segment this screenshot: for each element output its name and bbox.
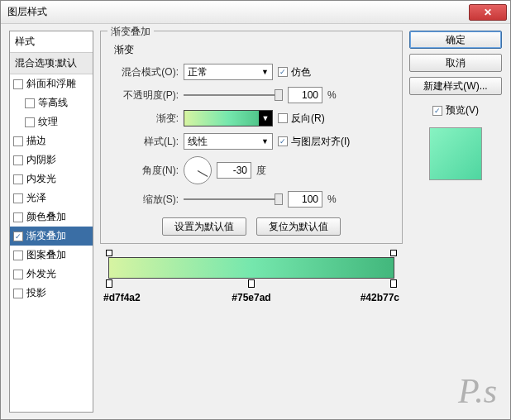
checkbox-icon: ✓ bbox=[13, 231, 23, 241]
chevron-down-icon: ▼ bbox=[259, 111, 272, 126]
titlebar: 图层样式 ✕ bbox=[1, 1, 510, 24]
style-item-0[interactable]: 斜面和浮雕 bbox=[10, 74, 93, 93]
color-stop[interactable] bbox=[248, 279, 255, 288]
styles-panel: 样式 混合选项:默认 斜面和浮雕等高线纹理描边内阴影内发光光泽颜色叠加✓渐变叠加… bbox=[9, 31, 93, 413]
scale-value[interactable]: 100 bbox=[288, 191, 322, 208]
preview-swatch bbox=[429, 127, 482, 180]
style-item-8[interactable]: ✓渐变叠加 bbox=[10, 227, 93, 246]
angle-value[interactable]: -30 bbox=[217, 162, 251, 179]
blend-options-default[interactable]: 混合选项:默认 bbox=[10, 53, 93, 74]
checkbox-icon bbox=[13, 270, 23, 279]
gradient-editor: #d7f4a2 #75e7ad #42b77c bbox=[108, 257, 394, 279]
angle-label: 角度(N): bbox=[111, 164, 179, 178]
style-item-label: 描边 bbox=[26, 134, 46, 148]
style-item-2[interactable]: 纹理 bbox=[10, 112, 93, 131]
gradient-label: 渐变: bbox=[111, 112, 179, 126]
style-item-label: 纹理 bbox=[38, 115, 58, 129]
style-item-1[interactable]: 等高线 bbox=[10, 93, 93, 112]
group-title: 渐变叠加 bbox=[107, 25, 154, 39]
opacity-label: 不透明度(P): bbox=[111, 88, 179, 103]
style-item-label: 内发光 bbox=[26, 172, 56, 186]
chevron-down-icon: ▼ bbox=[261, 68, 269, 76]
style-select[interactable]: 线性 ▼ bbox=[184, 133, 273, 150]
styles-header[interactable]: 样式 bbox=[10, 31, 93, 53]
checkbox-icon bbox=[13, 251, 23, 260]
checkbox-icon: ✓ bbox=[278, 67, 288, 77]
color-stop[interactable] bbox=[106, 279, 112, 288]
style-item-4[interactable]: 内阴影 bbox=[10, 150, 93, 169]
gradient-picker[interactable]: ▼ bbox=[184, 110, 273, 126]
style-item-label: 斜面和浮雕 bbox=[26, 77, 76, 91]
blend-mode-select[interactable]: 正常 ▼ bbox=[184, 64, 273, 80]
angle-dial[interactable] bbox=[184, 156, 212, 184]
scale-label: 缩放(S): bbox=[111, 193, 179, 207]
style-item-label: 投影 bbox=[26, 286, 46, 300]
set-default-button[interactable]: 设置为默认值 bbox=[162, 217, 246, 236]
style-item-5[interactable]: 内发光 bbox=[10, 169, 93, 189]
checkbox-icon bbox=[13, 174, 23, 184]
style-item-7[interactable]: 颜色叠加 bbox=[10, 208, 93, 227]
scale-slider[interactable] bbox=[184, 193, 283, 205]
reset-default-button[interactable]: 复位为默认值 bbox=[256, 217, 341, 236]
gradient-bar[interactable] bbox=[108, 257, 394, 279]
gradient-overlay-group: 渐变叠加 渐变 混合模式(O): 正常 ▼ ✓ 仿色 bbox=[100, 31, 403, 244]
style-item-label: 等高线 bbox=[38, 96, 68, 110]
style-item-label: 外发光 bbox=[26, 267, 56, 281]
style-item-label: 渐变叠加 bbox=[26, 229, 66, 243]
style-label: 样式(L): bbox=[111, 135, 179, 149]
opacity-stop[interactable] bbox=[390, 250, 397, 256]
sub-title: 渐变 bbox=[114, 43, 392, 57]
checkbox-icon bbox=[278, 113, 288, 123]
checkbox-icon bbox=[13, 289, 23, 298]
style-item-3[interactable]: 描边 bbox=[10, 131, 93, 150]
checkbox-icon bbox=[13, 79, 23, 89]
cancel-button[interactable]: 取消 bbox=[409, 54, 502, 72]
chevron-down-icon: ▼ bbox=[261, 137, 269, 146]
style-item-label: 颜色叠加 bbox=[26, 210, 66, 224]
color-stop-label: #42b77c bbox=[361, 292, 399, 303]
opacity-stop[interactable] bbox=[106, 250, 112, 256]
style-item-9[interactable]: 图案叠加 bbox=[10, 246, 93, 265]
color-stop-label: #75e7ad bbox=[232, 292, 270, 303]
checkbox-icon bbox=[13, 155, 23, 165]
color-stop[interactable] bbox=[390, 279, 397, 288]
reverse-checkbox[interactable]: 反向(R) bbox=[278, 112, 325, 126]
watermark: P.s bbox=[458, 371, 497, 411]
checkbox-icon bbox=[13, 136, 23, 146]
blend-mode-label: 混合模式(O): bbox=[111, 65, 179, 79]
style-item-label: 内阴影 bbox=[26, 153, 56, 167]
style-item-label: 图案叠加 bbox=[26, 248, 66, 262]
checkbox-icon bbox=[25, 117, 35, 127]
checkbox-icon: ✓ bbox=[278, 136, 288, 146]
close-icon: ✕ bbox=[484, 7, 492, 18]
ok-button[interactable]: 确定 bbox=[409, 31, 502, 49]
opacity-value[interactable]: 100 bbox=[288, 87, 322, 103]
window-title: 图层样式 bbox=[7, 5, 47, 19]
style-item-label: 光泽 bbox=[26, 191, 46, 205]
dither-checkbox[interactable]: ✓ 仿色 bbox=[278, 65, 311, 79]
new-style-button[interactable]: 新建样式(W)... bbox=[409, 77, 502, 95]
color-stop-label: #d7f4a2 bbox=[103, 292, 141, 303]
checkbox-icon bbox=[13, 193, 23, 203]
opacity-slider[interactable] bbox=[184, 89, 283, 101]
close-button[interactable]: ✕ bbox=[469, 4, 507, 21]
style-item-10[interactable]: 外发光 bbox=[10, 265, 93, 284]
checkbox-icon: ✓ bbox=[432, 106, 442, 116]
checkbox-icon bbox=[13, 212, 23, 222]
style-item-11[interactable]: 投影 bbox=[10, 284, 93, 303]
preview-checkbox[interactable]: ✓ 预览(V) bbox=[409, 103, 502, 117]
style-item-6[interactable]: 光泽 bbox=[10, 189, 93, 208]
checkbox-icon bbox=[25, 98, 35, 108]
align-checkbox[interactable]: ✓ 与图层对齐(I) bbox=[278, 135, 350, 149]
